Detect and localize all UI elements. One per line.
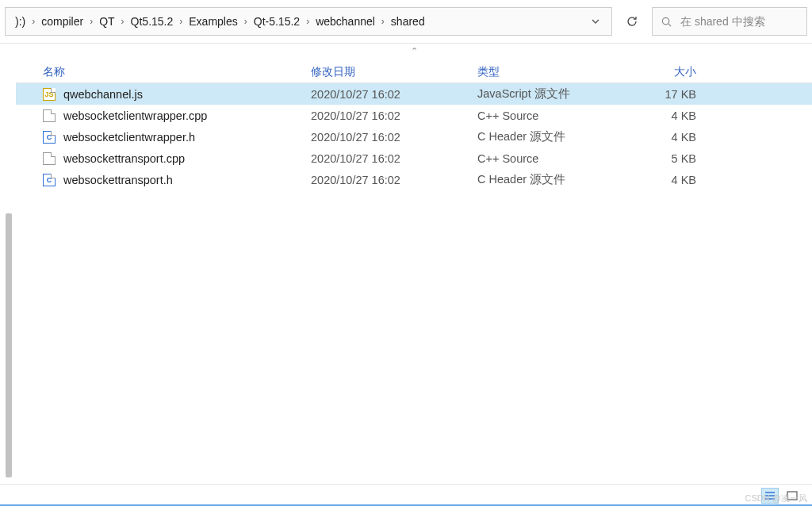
breadcrumb[interactable]: ):) › compiler › QT › Qt5.15.2 › Example… [5, 7, 612, 36]
file-date-cell: 2020/10/27 16:02 [311, 88, 477, 101]
file-date-cell: 2020/10/27 16:02 [311, 152, 477, 165]
file-type-icon: JS [43, 88, 56, 101]
file-row[interactable]: websocketclientwrapper.cpp2020/10/27 16:… [16, 105, 812, 126]
column-splitter-handle[interactable]: ⌃ [16, 44, 812, 58]
file-type-icon [43, 152, 56, 165]
file-type-cell: C++ Source [477, 109, 628, 122]
file-type-cell: JavaScript 源文件 [477, 86, 628, 102]
file-row[interactable]: JSqwebchannel.js2020/10/27 16:02JavaScri… [16, 83, 812, 105]
chevron-right-icon: › [243, 16, 249, 27]
search-input[interactable] [680, 15, 799, 28]
breadcrumb-item-shared[interactable]: shared [388, 13, 428, 29]
file-date-cell: 2020/10/27 16:02 [311, 131, 477, 144]
file-size-cell: 17 KB [628, 88, 715, 101]
svg-point-0 [662, 17, 668, 24]
main-area: ⌃ 名称 修改日期 类型 大小 JSqwebchannel.js2020/10/… [0, 44, 812, 484]
address-toolbar: ):) › compiler › QT › Qt5.15.2 › Example… [0, 0, 812, 44]
file-type-icon [43, 109, 56, 122]
file-name-label: websockettransport.h [63, 174, 173, 186]
file-name-label: websockettransport.cpp [63, 152, 185, 165]
file-date-cell: 2020/10/27 16:02 [311, 109, 477, 122]
column-header-type[interactable]: 类型 [477, 65, 628, 79]
view-details-button[interactable] [761, 488, 779, 504]
breadcrumb-drive[interactable]: ):) [12, 13, 29, 29]
breadcrumb-item-compiler[interactable]: compiler [38, 13, 86, 29]
file-date-cell: 2020/10/27 16:02 [311, 174, 477, 186]
svg-rect-5 [787, 492, 797, 500]
breadcrumb-item-qt-5152[interactable]: Qt-5.15.2 [251, 13, 303, 29]
file-name-label: qwebchannel.js [63, 88, 143, 101]
breadcrumb-item-examples[interactable]: Examples [186, 13, 240, 29]
search-icon [661, 16, 672, 28]
breadcrumb-history-dropdown[interactable] [586, 13, 605, 29]
chevron-right-icon: › [88, 16, 94, 27]
breadcrumb-item-webchannel[interactable]: webchannel [312, 13, 378, 29]
file-row[interactable]: websockettransport.cpp2020/10/27 16:02C+… [16, 148, 812, 169]
file-list-pane: ⌃ 名称 修改日期 类型 大小 JSqwebchannel.js2020/10/… [16, 44, 812, 484]
file-type-cell: C Header 源文件 [477, 172, 628, 187]
column-header-name[interactable]: 名称 [16, 65, 311, 79]
file-type-icon: C [43, 131, 56, 144]
file-size-cell: 5 KB [628, 152, 715, 165]
search-box[interactable] [652, 7, 807, 36]
file-type-icon: C [43, 174, 56, 186]
file-type-cell: C++ Source [477, 152, 628, 165]
svg-line-1 [668, 23, 671, 25]
file-name-cell[interactable]: websocketclientwrapper.cpp [16, 109, 311, 122]
file-row[interactable]: Cwebsocketclientwrapper.h2020/10/27 16:0… [16, 126, 812, 148]
chevron-right-icon: › [30, 16, 36, 27]
large-icons-view-icon [787, 491, 798, 500]
status-bar [0, 484, 812, 506]
file-size-cell: 4 KB [628, 174, 715, 186]
file-name-cell[interactable]: Cwebsocketclientwrapper.h [16, 131, 311, 144]
chevron-right-icon: › [178, 16, 184, 27]
file-size-cell: 4 KB [628, 131, 715, 144]
breadcrumb-item-qt[interactable]: QT [96, 13, 117, 29]
column-header-size[interactable]: 大小 [628, 65, 715, 79]
nav-scrollbar[interactable] [6, 213, 12, 477]
refresh-button[interactable] [617, 7, 647, 36]
column-headers: 名称 修改日期 类型 大小 [16, 58, 812, 83]
file-name-cell[interactable]: JSqwebchannel.js [16, 88, 311, 101]
details-view-icon [764, 491, 776, 500]
file-size-cell: 4 KB [628, 109, 715, 122]
nav-pane-collapsed [0, 44, 16, 484]
chevron-right-icon: › [304, 16, 311, 27]
file-name-label: websocketclientwrapper.cpp [63, 109, 207, 122]
file-name-label: websocketclientwrapper.h [63, 131, 195, 144]
view-large-icons-button[interactable] [783, 488, 801, 504]
file-rows: JSqwebchannel.js2020/10/27 16:02JavaScri… [16, 83, 812, 190]
file-type-cell: C Header 源文件 [477, 129, 628, 144]
chevron-down-icon [591, 17, 600, 26]
file-name-cell[interactable]: websockettransport.cpp [16, 152, 311, 165]
column-header-date[interactable]: 修改日期 [311, 65, 477, 79]
file-row[interactable]: Cwebsockettransport.h2020/10/27 16:02C H… [16, 169, 812, 190]
file-name-cell[interactable]: Cwebsockettransport.h [16, 174, 311, 186]
breadcrumb-item-qt5152[interactable]: Qt5.15.2 [128, 13, 177, 29]
chevron-right-icon: › [120, 16, 126, 27]
refresh-icon [626, 15, 638, 28]
chevron-right-icon: › [380, 16, 386, 27]
